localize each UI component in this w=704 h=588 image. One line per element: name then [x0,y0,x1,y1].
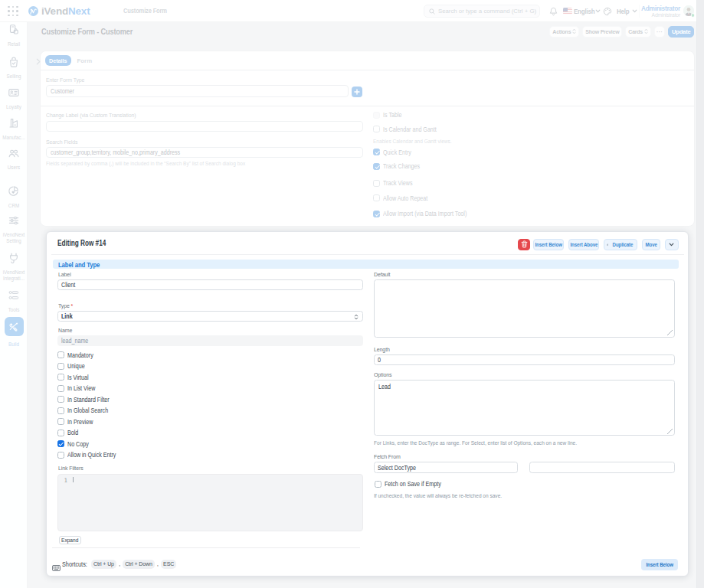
checkbox-row-is-virtual[interactable]: Is Virtual [57,374,93,381]
resize-grip-icon[interactable] [667,429,673,434]
kbd-ctrl-up: Ctrl + Up [91,560,116,569]
checkbox-row-unique[interactable]: Unique [57,362,89,370]
checkbox-row-in-global-search[interactable]: In Global Search [57,407,117,414]
checkbox-label: Mandatory [67,351,93,359]
checkbox-row-in-list-view[interactable]: In List View [57,384,101,392]
label-field-input[interactable]: Client [57,279,363,290]
divider [51,254,684,255]
fetch-from-field-input[interactable] [529,462,675,473]
delete-row-button[interactable] [518,239,530,251]
shortcut-keys: Ctrl + Up , Ctrl + Down , ESC [91,560,176,569]
modal-footer: Shortcuts: Ctrl + Up , Ctrl + Down , ESC… [47,553,688,576]
fetch-on-save-help: If unchecked, the value will always be r… [374,492,502,499]
insert-above-button[interactable]: Insert Above [568,239,600,251]
checkbox-label: In List View [67,384,95,392]
options-field-label: Options [374,371,391,378]
is-virtual-checkbox[interactable] [57,374,64,381]
checkbox-row-bold[interactable]: Bold [57,429,81,436]
row-toolbar: Insert Below Insert Above Duplicate Move [518,239,678,251]
select-caret-icon [354,314,359,320]
unique-checkbox[interactable] [57,363,64,370]
in-list-view-checkbox[interactable] [57,385,64,392]
bold-checkbox[interactable] [57,430,64,436]
keyboard-icon [52,560,61,574]
expand-button[interactable]: Expand [59,536,81,544]
length-field-label: Length [374,346,390,353]
checkbox-row-in-preview[interactable]: In Preview [57,418,99,426]
type-field-label: Type * [58,302,73,309]
move-button[interactable]: Move [642,239,660,251]
link-filters-editor[interactable]: 1 [57,474,363,531]
trash-icon [521,240,528,248]
fetch-on-save-checkbox[interactable] [375,481,381,488]
checkbox-label: Allow in Quick Entry [67,451,116,459]
checkbox-row-mandatory[interactable]: Mandatory [57,351,99,359]
resize-grip-icon[interactable] [667,330,673,335]
in-standard-filter-checkbox[interactable] [57,396,64,403]
editor-cursor [73,477,74,483]
name-field-input: lead_name [57,335,363,346]
fetch-from-select[interactable]: Select DocType [374,462,518,473]
length-field-input[interactable]: 0 [374,354,675,365]
in-preview-checkbox[interactable] [57,418,64,425]
allow-in-quick-entry-checkbox[interactable] [57,452,64,459]
default-field-label: Default [374,271,390,278]
checkbox-row-in-standard-filter[interactable]: In Standard Filter [57,396,118,403]
no-copy-checkbox[interactable] [57,440,64,447]
footer-insert-below-button[interactable]: Insert Below [641,559,678,571]
checkbox-label: Is Virtual [67,374,89,381]
type-field-select[interactable]: Link [57,311,363,322]
name-field-label: Name [58,327,72,334]
divider [52,547,360,548]
fetch-on-save-row[interactable]: Fetch on Save if Empty [375,480,453,488]
options-field-help: For Links, enter the DocType as range. F… [374,439,577,446]
section-label-and-type: Label and Type [53,260,679,269]
checkbox-row-no-copy[interactable]: No Copy [57,440,93,448]
shortcuts-label: Shortcuts: [62,560,87,568]
checkbox-label: In Global Search [67,407,108,414]
chevron-down-icon [669,243,674,247]
fetch-on-save-label: Fetch on Save if Empty [385,480,441,488]
link-filters-label: Link Filters [58,465,83,472]
kbd-esc: ESC [161,560,176,569]
in-global-search-checkbox[interactable] [57,407,64,414]
editing-row-title: Editing Row #14 [57,238,106,247]
editing-row-panel: Editing Row #14 Insert Below Insert Abov… [46,231,689,577]
duplicate-button[interactable]: Duplicate [604,239,637,251]
checkbox-row-allow-in-quick-entry[interactable]: Allow in Quick Entry [57,451,126,459]
checkbox-label: In Preview [67,418,93,426]
kbd-ctrl-down: Ctrl + Down [123,560,155,569]
fetch-from-label: Fetch From [374,453,401,460]
checkbox-label: No Copy [67,440,89,448]
checkbox-label: Bold [67,429,78,436]
label-field-label: Label [58,271,71,278]
screen: iVendNext Customize Form Search or type … [0,0,704,588]
checkbox-label: Unique [67,362,85,370]
collapse-row-button[interactable] [665,239,679,251]
default-field-textarea[interactable] [374,279,675,338]
mandatory-checkbox[interactable] [57,351,64,358]
options-field-textarea[interactable]: Lead [374,380,675,436]
insert-below-button[interactable]: Insert Below [533,239,564,251]
checkbox-label: In Standard Filter [67,396,110,403]
line-number: 1 [64,477,68,484]
duplicate-icon [607,241,609,249]
